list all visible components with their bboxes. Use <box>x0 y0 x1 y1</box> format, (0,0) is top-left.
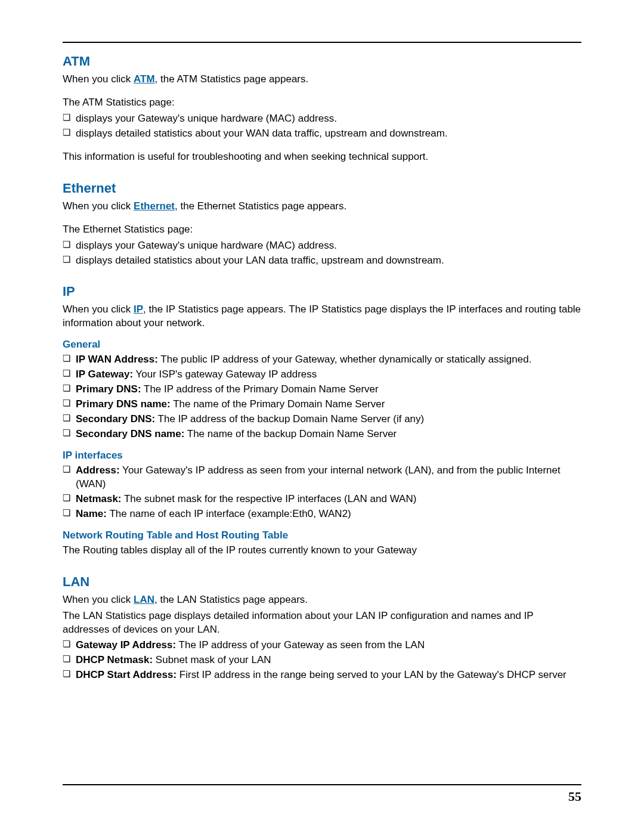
list-item: displays detailed statistics about your … <box>63 127 581 141</box>
atm-lead: The ATM Statistics page: <box>63 96 581 110</box>
routing-body: The Routing tables display all of the IP… <box>63 544 581 558</box>
heading-atm: ATM <box>63 54 581 69</box>
term: Secondary DNS: <box>76 413 155 425</box>
bottom-rule <box>63 784 581 785</box>
text-fragment: , the Ethernet Statistics page appears. <box>175 200 346 212</box>
subheading-ip-interfaces: IP interfaces <box>63 450 581 462</box>
list-item: DHCP Start Address: First IP address in … <box>63 668 581 682</box>
desc: The name of each IP interface (example:E… <box>107 508 351 519</box>
text-fragment: , the LAN Statistics page appears. <box>154 594 308 605</box>
atm-tail: This information is useful for troublesh… <box>63 150 581 164</box>
term: Address: <box>76 465 120 476</box>
text-fragment: When you click <box>63 304 134 315</box>
list-item: displays your Gateway's unique hardware … <box>63 112 581 126</box>
text-fragment: When you click <box>63 200 134 212</box>
lan-list: Gateway IP Address: The IP address of yo… <box>63 639 581 682</box>
list-item: Secondary DNS: The IP address of the bac… <box>63 413 581 426</box>
top-rule <box>63 42 581 43</box>
desc: First IP address in the range being serv… <box>177 669 566 680</box>
list-item: IP Gateway: Your ISP's gateway Gateway I… <box>63 368 581 382</box>
document-page: ATM When you click ATM, the ATM Statisti… <box>0 0 644 833</box>
list-item: Primary DNS name: The name of the Primar… <box>63 398 581 411</box>
list-item: Primary DNS: The IP address of the Prima… <box>63 383 581 397</box>
heading-ethernet: Ethernet <box>63 181 581 196</box>
list-item: Gateway IP Address: The IP address of yo… <box>63 639 581 652</box>
ip-intro: When you click IP, the IP Statistics pag… <box>63 303 581 330</box>
heading-ip: IP <box>63 284 581 299</box>
desc: The name of the backup Domain Name Serve… <box>184 428 397 439</box>
text-fragment: When you click <box>63 594 134 605</box>
desc: The IP address of the Primary Domain Nam… <box>141 383 379 395</box>
link-atm[interactable]: ATM <box>134 73 155 85</box>
desc: Your Gateway's IP address as seen from y… <box>76 465 561 490</box>
desc: Your ISP's gateway Gateway IP address <box>133 368 317 380</box>
lan-body: The LAN Statistics page displays detaile… <box>63 609 581 637</box>
list-item: Netmask: The subnet mask for the respect… <box>63 493 581 506</box>
term: IP Gateway: <box>76 368 133 380</box>
page-number: 55 <box>568 789 581 804</box>
term: IP WAN Address: <box>76 354 158 365</box>
atm-bullets: displays your Gateway's unique hardware … <box>63 112 581 141</box>
ethernet-intro: When you click Ethernet, the Ethernet St… <box>63 200 581 213</box>
subheading-general: General <box>63 339 581 351</box>
list-item: displays detailed statistics about your … <box>63 254 581 268</box>
list-item: Name: The name of each IP interface (exa… <box>63 507 581 521</box>
subheading-routing: Network Routing Table and Host Routing T… <box>63 529 581 541</box>
list-item: Address: Your Gateway's IP address as se… <box>63 464 581 491</box>
list-item: DHCP Netmask: Subnet mask of your LAN <box>63 654 581 667</box>
desc: The name of the Primary Domain Name Serv… <box>171 398 385 410</box>
ip-general-list: IP WAN Address: The public IP address of… <box>63 353 581 441</box>
desc: Subnet mask of your LAN <box>153 654 271 665</box>
term: Name: <box>76 508 107 519</box>
term: Gateway IP Address: <box>76 639 176 651</box>
term: Netmask: <box>76 493 122 504</box>
list-item: IP WAN Address: The public IP address of… <box>63 353 581 367</box>
link-lan[interactable]: LAN <box>134 594 154 605</box>
ip-interfaces-list: Address: Your Gateway's IP address as se… <box>63 464 581 521</box>
atm-intro: When you click ATM, the ATM Statistics p… <box>63 73 581 86</box>
term: DHCP Start Address: <box>76 669 177 680</box>
ethernet-lead: The Ethernet Statistics page: <box>63 223 581 237</box>
term: Secondary DNS name: <box>76 428 184 439</box>
desc: The IP address of the backup Domain Name… <box>155 413 424 425</box>
term: Primary DNS: <box>76 383 141 395</box>
link-ip[interactable]: IP <box>134 304 143 315</box>
link-ethernet[interactable]: Ethernet <box>134 200 175 212</box>
heading-lan: LAN <box>63 574 581 590</box>
text-fragment: , the ATM Statistics page appears. <box>155 73 309 85</box>
list-item: displays your Gateway's unique hardware … <box>63 239 581 253</box>
desc: The subnet mask for the respective IP in… <box>122 493 417 504</box>
desc: The public IP address of your Gateway, w… <box>158 354 531 365</box>
lan-intro: When you click LAN, the LAN Statistics p… <box>63 593 581 607</box>
text-fragment: When you click <box>63 73 134 85</box>
list-item: Secondary DNS name: The name of the back… <box>63 428 581 441</box>
term: DHCP Netmask: <box>76 654 153 665</box>
ethernet-bullets: displays your Gateway's unique hardware … <box>63 239 581 268</box>
desc: The IP address of your Gateway as seen f… <box>176 639 425 651</box>
term: Primary DNS name: <box>76 398 171 410</box>
